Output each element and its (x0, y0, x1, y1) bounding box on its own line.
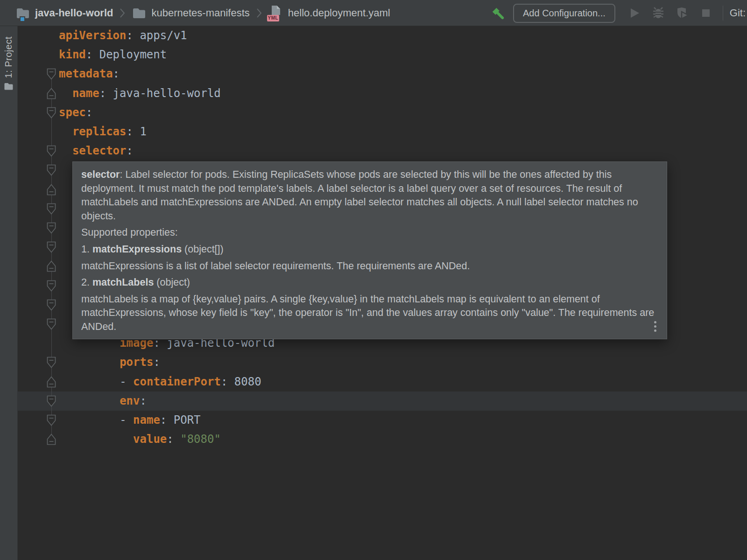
code-line[interactable]: selector: (72, 141, 133, 161)
kebab-menu-icon[interactable] (653, 320, 657, 333)
fold-start-marker-icon[interactable] (46, 356, 57, 369)
project-tool-label: 1: Project (3, 36, 14, 78)
fold-start-marker-icon[interactable] (46, 203, 57, 215)
yml-badge: YML (267, 15, 279, 21)
fold-end-marker-icon[interactable] (46, 260, 57, 273)
breadcrumb-folder-label: kubernetes-manifests (151, 7, 249, 19)
main-toolbar: java-hello-world kubernetes-manifests YM… (0, 0, 747, 26)
breadcrumb-file-label: hello.deployment.yaml (288, 7, 390, 19)
fold-start-marker-icon[interactable] (46, 395, 57, 407)
fold-start-marker-icon[interactable] (46, 318, 57, 330)
run-play-icon[interactable] (627, 6, 641, 20)
breadcrumb-project[interactable]: java-hello-world (15, 6, 113, 21)
fold-end-marker-icon[interactable] (46, 183, 57, 196)
code-line[interactable]: kind: Deployment (59, 45, 167, 64)
tooltip-paragraph: matchLabels is a map of {key,value} pair… (81, 293, 658, 334)
tooltip-paragraph: Supported properties: (81, 226, 658, 240)
code-line[interactable]: metadata: (59, 64, 120, 84)
breadcrumb: java-hello-world kubernetes-manifests YM… (15, 0, 390, 26)
code-line[interactable]: replicas: 1 (72, 122, 147, 141)
code-line[interactable]: name: java-hello-world (72, 84, 221, 103)
toolbar-actions: Add Configuration... (491, 0, 747, 26)
fold-start-marker-icon[interactable] (46, 164, 57, 176)
code-line[interactable]: value: "8080" (133, 430, 221, 449)
tooltip-paragraph: 2. matchLabels (object) (81, 276, 658, 290)
run-controls (627, 6, 723, 20)
fold-end-marker-icon[interactable] (46, 87, 57, 100)
chevron-right-icon (120, 7, 125, 19)
fold-start-marker-icon[interactable] (46, 106, 57, 119)
git-branch-label[interactable]: Git: (730, 7, 746, 19)
documentation-popup: selector: Label selector for pods. Exist… (72, 161, 667, 339)
fold-start-marker-icon[interactable] (46, 414, 57, 427)
fold-start-marker-icon[interactable] (46, 222, 57, 234)
project-badge (20, 16, 25, 22)
yaml-file-icon: YML (268, 6, 283, 21)
code-line[interactable]: - name: PORT (120, 411, 200, 430)
documentation-text: selector: Label selector for pods. Exist… (81, 168, 658, 334)
code-line[interactable]: spec: (59, 103, 92, 122)
folder-icon (132, 6, 147, 21)
ide-window: java-hello-world kubernetes-manifests YM… (0, 0, 747, 560)
coverage-shield-icon[interactable] (675, 6, 689, 20)
code-line[interactable]: - containerPort: 8080 (120, 372, 261, 392)
project-tool-button[interactable]: 1: Project (0, 36, 17, 92)
stop-square-icon[interactable] (699, 6, 713, 20)
tool-window-bar: 1: Project (0, 26, 18, 560)
project-folder-icon (15, 6, 30, 21)
breadcrumb-file[interactable]: YML hello.deployment.yaml (268, 6, 390, 21)
fold-end-marker-icon[interactable] (46, 376, 57, 388)
fold-end-marker-icon[interactable] (46, 433, 57, 446)
tooltip-paragraph: matchExpressions is a list of label sele… (81, 259, 658, 273)
fold-start-marker-icon[interactable] (46, 280, 57, 292)
code-line[interactable]: ports: (120, 353, 160, 372)
folder-icon (4, 82, 14, 92)
tooltip-paragraph: selector: Label selector for pods. Exist… (81, 168, 658, 223)
chevron-right-icon (256, 7, 262, 19)
fold-start-marker-icon[interactable] (46, 145, 57, 157)
tooltip-paragraph: 1. matchExpressions (object[]) (81, 243, 658, 257)
fold-start-marker-icon[interactable] (46, 68, 57, 80)
fold-start-marker-icon[interactable] (46, 241, 57, 253)
add-configuration-button[interactable]: Add Configuration... (513, 4, 615, 23)
build-hammer-icon[interactable] (491, 6, 505, 20)
editor[interactable]: apiVersion: apps/v1kind: Deploymentmetad… (18, 26, 747, 560)
toolbar-separator (723, 6, 723, 21)
debug-bug-icon[interactable] (651, 6, 665, 20)
breadcrumb-folder[interactable]: kubernetes-manifests (132, 6, 249, 21)
code-line[interactable]: apiVersion: apps/v1 (59, 26, 187, 45)
fold-start-marker-icon[interactable] (46, 299, 57, 311)
breadcrumb-project-label: java-hello-world (35, 7, 113, 19)
code-line[interactable]: env: (120, 392, 147, 411)
